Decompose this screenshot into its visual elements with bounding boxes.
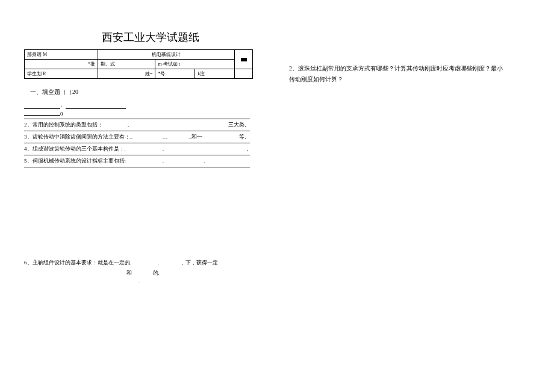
cell-r3c3: *号 bbox=[155, 69, 195, 79]
header-table: 那身谱 M 机电慕统设计 *批 期。式 m·考试如 t 学生划 R 姓= *号 … bbox=[24, 49, 253, 79]
question-5: 5、伺服机械传动系统的设计指标主要包括: 、 、 bbox=[24, 155, 250, 167]
cell-r3c2: 姓= bbox=[98, 69, 155, 79]
question-6: 6、主轴组件设计的基本要求：就是在一定的. . ，下，获得一定 和 的. . bbox=[24, 258, 265, 285]
cell-r1c1: 那身谱 M bbox=[25, 50, 98, 60]
cell-blackmark bbox=[235, 50, 253, 69]
cell-r3c5 bbox=[235, 69, 253, 79]
cell-r1c2: 机电慕统设计 bbox=[98, 50, 234, 60]
question-4: 4、组成谐波齿轮传动的三个基本构件是：. 、 ， bbox=[24, 143, 250, 155]
question-2: 2、常用的控制系统的类型包括： 、 三大类。 bbox=[24, 119, 250, 131]
right-question-2: 2、滚珠丝杠副常用的支承方式有哪些？计算其传动刚度时应考虑哪些刚度？最小传动刚度… bbox=[289, 63, 506, 85]
cell-r2c1: *批 bbox=[25, 60, 98, 69]
cell-r3c1: 学生划 R bbox=[25, 69, 98, 79]
cell-r3c4: k注 bbox=[195, 69, 235, 79]
cell-r2c2: 期。式 bbox=[98, 60, 155, 69]
cell-r2c3: m·考试如 t bbox=[155, 60, 235, 69]
section-1-header: 一、填空题（（20 bbox=[30, 88, 265, 96]
page-title: 西安工业大学试题纸 bbox=[36, 30, 265, 45]
fill-lines: 、 0 bbox=[24, 99, 265, 119]
question-3: 3、齿轮传动中消除齿侧间隙的方法主要有：_ _、 _和一 等。 bbox=[24, 131, 250, 143]
